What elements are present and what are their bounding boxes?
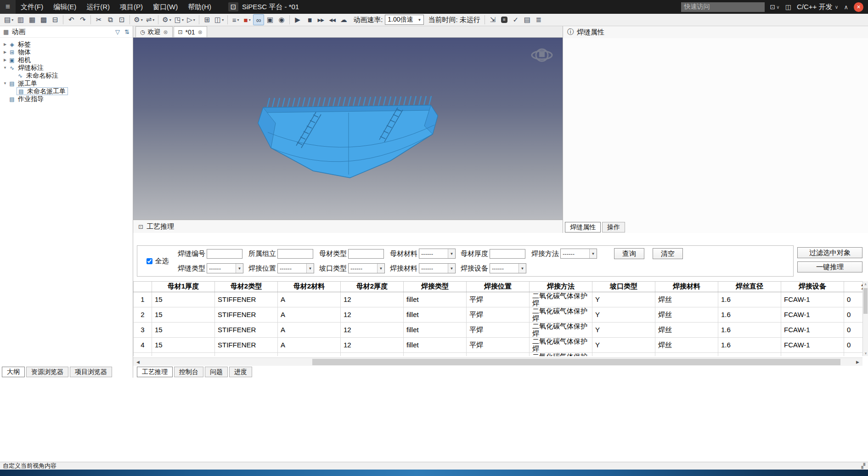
tab-weld-properties[interactable]: 焊缝属性 [565, 222, 601, 232]
resize-grip-icon[interactable]: ▞ [862, 463, 865, 469]
panels-button[interactable]: ⊡∨ [770, 3, 780, 11]
tree-item-objects[interactable]: ▶ ⊞ 物体 [0, 48, 133, 56]
transform-button[interactable]: ⇌▾ [145, 14, 156, 25]
horizontal-scroll-thumb[interactable] [312, 359, 840, 365]
scroll-right-arrow[interactable]: ▶ [854, 358, 862, 366]
collapse-ribbon-button[interactable]: ∧ [844, 4, 848, 11]
scroll-left-arrow[interactable]: ◀ [134, 358, 142, 366]
close-tab-icon[interactable]: ⊗ [163, 29, 168, 35]
clear-button[interactable]: 清空 [653, 248, 683, 259]
save-button[interactable]: ▦ [27, 14, 38, 25]
base-thickness-input[interactable] [490, 249, 525, 259]
new-file-button[interactable]: ▤▾ [3, 14, 15, 25]
tab-project-browser[interactable]: 项目浏览器 [70, 367, 112, 377]
column-header[interactable]: 母材2材料 [278, 282, 341, 292]
table-row[interactable]: 3 15 STIFFENER A 12 fillet 平焊 二氧化碳气体保护焊 … [134, 322, 863, 337]
ship-block-model[interactable] [133, 38, 563, 220]
print-button[interactable]: ⊟ [50, 14, 61, 25]
save-all-button[interactable]: ▩ [38, 14, 49, 25]
column-header[interactable]: 母材2类型 [215, 282, 278, 292]
weld-check-button[interactable]: ✓ [510, 14, 521, 25]
welding-equipment-select[interactable]: ------ ▼ [490, 263, 526, 273]
horizontal-scrollbar[interactable]: ◀ ▶ [133, 357, 862, 366]
hamburger-menu-icon[interactable]: ≡ [0, 0, 16, 14]
view-tools-button[interactable]: ⚙▾ [161, 14, 172, 25]
select-all-checkbox[interactable] [147, 258, 152, 264]
expand-arrow-icon[interactable]: ▶ [2, 42, 8, 46]
cut-button[interactable]: ✂ [93, 14, 104, 25]
work-doc-button[interactable]: ▤ [522, 14, 533, 25]
collapse-arrow-icon[interactable]: ▼ [2, 66, 8, 70]
vertical-scrollbar[interactable]: ∧ ∨ [862, 281, 868, 356]
undo-button[interactable]: ↶ [66, 14, 77, 25]
column-header[interactable]: 焊接方法 [530, 282, 592, 292]
tree-item-weld-annotations[interactable]: ▼ ∿ 焊缝标注 [0, 64, 133, 72]
render-button[interactable]: ☁ [338, 14, 349, 25]
welding-position-select[interactable]: ------ ▼ [277, 263, 314, 273]
menu-edit[interactable]: 编辑(E) [48, 0, 81, 14]
welding-method-select[interactable]: ------ ▼ [560, 249, 597, 259]
menu-project[interactable]: 项目(P) [115, 0, 148, 14]
viewport-3d[interactable] [133, 38, 563, 220]
scroll-up-arrow[interactable]: ∧ [863, 281, 868, 287]
tree-item-work-instruction[interactable]: ▤ 作业指导 [0, 95, 133, 103]
column-header[interactable]: 焊脚高度 [844, 282, 863, 292]
tree-item-unnamed-work-order[interactable]: ▤ 未命名派工单 [0, 87, 133, 95]
pause-button[interactable]: ▮▮ [304, 14, 315, 25]
export-view-button[interactable]: ◳▾ [173, 14, 185, 25]
column-header[interactable]: 坡口类型 [592, 282, 655, 292]
fit-view-button[interactable]: ⊞ [202, 14, 213, 25]
tab-progress[interactable]: 进度 [229, 367, 252, 377]
tab-process-inference[interactable]: 工艺推理 [137, 367, 173, 377]
close-button[interactable]: × [854, 2, 863, 12]
database-button[interactable]: ≡ [499, 14, 510, 25]
redo-button[interactable]: ↷ [77, 14, 88, 25]
base-material-select[interactable]: ------ ▼ [419, 249, 456, 259]
menu-run[interactable]: 运行(R) [81, 0, 115, 14]
tree-item-unnamed-annotation[interactable]: ∿ 未命名标注 [0, 72, 133, 79]
animation-speed-select[interactable]: 1.00倍速▼ [385, 15, 424, 25]
vertical-scroll-thumb[interactable] [863, 288, 868, 314]
tab-problems[interactable]: 问题 [205, 367, 228, 377]
tree-item-camera[interactable]: ▶ ▣ 相机 [0, 56, 133, 64]
navigation-gizmo[interactable] [532, 49, 552, 61]
menu-help[interactable]: 帮助(H) [183, 0, 216, 14]
copy-button[interactable]: ⧉ [105, 14, 116, 25]
dev-mode-switcher[interactable]: C/C++ 开发∨ [797, 3, 839, 11]
column-header[interactable]: 焊接类型 [404, 282, 467, 292]
run-view-button[interactable]: ▷▾ [186, 14, 197, 25]
split-view-button[interactable]: ◫▾ [213, 14, 225, 25]
filter-selected-button[interactable]: 过滤选中对象 [797, 247, 862, 258]
play-button[interactable]: ▶ [292, 14, 303, 25]
weld-type-select[interactable]: ------ ▼ [207, 263, 243, 273]
doc-list-button[interactable]: ≣ [533, 14, 544, 25]
tab-outline[interactable]: 大纲 [2, 367, 25, 377]
menu-file[interactable]: 文件(F) [16, 0, 48, 14]
assembly-input[interactable] [277, 249, 313, 259]
column-header[interactable]: 焊丝直径 [718, 282, 781, 292]
close-tab-icon[interactable]: ⊗ [198, 29, 203, 35]
snapshot-button[interactable]: ▣ [265, 14, 276, 25]
column-header[interactable]: 焊接位置 [467, 282, 530, 292]
paste-button[interactable]: ⊡ [116, 14, 127, 25]
record-video-button[interactable]: ◉ [276, 14, 287, 25]
welding-material-select[interactable]: ------ ▼ [419, 263, 456, 273]
tree-item-tags[interactable]: ▶ ◈ 标签 [0, 40, 133, 48]
expand-arrow-icon[interactable]: ▶ [2, 50, 8, 54]
table-row[interactable]: 2 15 STIFFENER A 12 fillet 平焊 二氧化碳气体保护焊 … [134, 307, 863, 322]
base-type-input[interactable] [348, 249, 384, 259]
table-row[interactable]: 4 15 STIFFENER A 12 fillet 平焊 二氧化碳气体保护焊 … [134, 337, 863, 352]
settings-button[interactable]: ⚙▾ [132, 14, 144, 25]
menu-window[interactable]: 窗口(W) [148, 0, 183, 14]
filter-funnel-icon[interactable]: ▽ [115, 28, 120, 35]
rewind-button[interactable]: ◀◀ [327, 14, 338, 25]
fast-forward-button[interactable]: ▶▶ [315, 14, 326, 25]
layers-button[interactable]: ≡▾ [230, 14, 241, 25]
column-header[interactable]: 母材2厚度 [341, 282, 404, 292]
tree-item-work-orders[interactable]: ▼ ▤ 派工单 [0, 79, 133, 87]
import-data-button[interactable]: ⇲ [487, 14, 498, 25]
tab-operations[interactable]: 操作 [602, 222, 625, 232]
scroll-down-arrow[interactable]: ∨ [863, 350, 868, 356]
column-header[interactable] [134, 282, 152, 292]
layout-button[interactable]: ◫ [785, 3, 791, 11]
